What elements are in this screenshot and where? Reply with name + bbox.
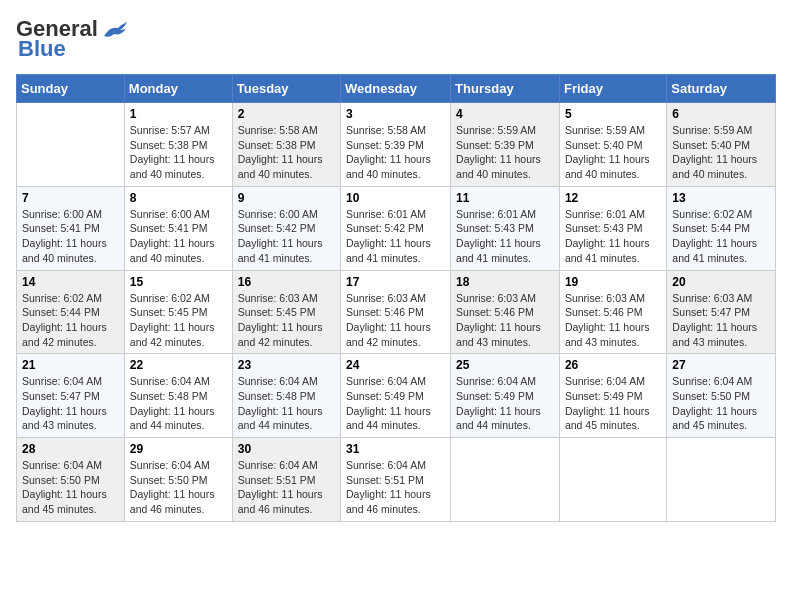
day-info: Sunrise: 6:04 AM Sunset: 5:48 PM Dayligh… bbox=[130, 374, 227, 433]
day-number: 15 bbox=[130, 275, 227, 289]
col-header-monday: Monday bbox=[124, 75, 232, 103]
day-number: 20 bbox=[672, 275, 770, 289]
calendar-cell: 26Sunrise: 6:04 AM Sunset: 5:49 PM Dayli… bbox=[559, 354, 666, 438]
calendar-cell: 11Sunrise: 6:01 AM Sunset: 5:43 PM Dayli… bbox=[451, 186, 560, 270]
day-number: 13 bbox=[672, 191, 770, 205]
day-number: 16 bbox=[238, 275, 335, 289]
calendar-cell: 23Sunrise: 6:04 AM Sunset: 5:48 PM Dayli… bbox=[232, 354, 340, 438]
day-number: 8 bbox=[130, 191, 227, 205]
day-number: 6 bbox=[672, 107, 770, 121]
day-number: 10 bbox=[346, 191, 445, 205]
calendar-cell: 13Sunrise: 6:02 AM Sunset: 5:44 PM Dayli… bbox=[667, 186, 776, 270]
day-number: 12 bbox=[565, 191, 661, 205]
day-info: Sunrise: 6:02 AM Sunset: 5:44 PM Dayligh… bbox=[22, 291, 119, 350]
day-info: Sunrise: 6:00 AM Sunset: 5:41 PM Dayligh… bbox=[22, 207, 119, 266]
day-number: 27 bbox=[672, 358, 770, 372]
day-info: Sunrise: 6:02 AM Sunset: 5:44 PM Dayligh… bbox=[672, 207, 770, 266]
day-info: Sunrise: 6:04 AM Sunset: 5:49 PM Dayligh… bbox=[346, 374, 445, 433]
day-info: Sunrise: 5:58 AM Sunset: 5:39 PM Dayligh… bbox=[346, 123, 445, 182]
day-info: Sunrise: 6:01 AM Sunset: 5:42 PM Dayligh… bbox=[346, 207, 445, 266]
col-header-friday: Friday bbox=[559, 75, 666, 103]
day-info: Sunrise: 6:02 AM Sunset: 5:45 PM Dayligh… bbox=[130, 291, 227, 350]
col-header-thursday: Thursday bbox=[451, 75, 560, 103]
day-number: 11 bbox=[456, 191, 554, 205]
col-header-sunday: Sunday bbox=[17, 75, 125, 103]
day-info: Sunrise: 6:04 AM Sunset: 5:48 PM Dayligh… bbox=[238, 374, 335, 433]
calendar-cell: 31Sunrise: 6:04 AM Sunset: 5:51 PM Dayli… bbox=[341, 438, 451, 522]
calendar-week-3: 14Sunrise: 6:02 AM Sunset: 5:44 PM Dayli… bbox=[17, 270, 776, 354]
day-number: 24 bbox=[346, 358, 445, 372]
day-number: 21 bbox=[22, 358, 119, 372]
calendar-cell: 29Sunrise: 6:04 AM Sunset: 5:50 PM Dayli… bbox=[124, 438, 232, 522]
day-info: Sunrise: 6:04 AM Sunset: 5:47 PM Dayligh… bbox=[22, 374, 119, 433]
calendar-cell: 27Sunrise: 6:04 AM Sunset: 5:50 PM Dayli… bbox=[667, 354, 776, 438]
day-number: 3 bbox=[346, 107, 445, 121]
calendar-cell bbox=[17, 103, 125, 187]
day-number: 17 bbox=[346, 275, 445, 289]
day-number: 18 bbox=[456, 275, 554, 289]
day-number: 29 bbox=[130, 442, 227, 456]
calendar-week-2: 7Sunrise: 6:00 AM Sunset: 5:41 PM Daylig… bbox=[17, 186, 776, 270]
day-info: Sunrise: 6:04 AM Sunset: 5:50 PM Dayligh… bbox=[22, 458, 119, 517]
day-info: Sunrise: 6:01 AM Sunset: 5:43 PM Dayligh… bbox=[565, 207, 661, 266]
day-number: 28 bbox=[22, 442, 119, 456]
day-info: Sunrise: 6:01 AM Sunset: 5:43 PM Dayligh… bbox=[456, 207, 554, 266]
day-info: Sunrise: 6:03 AM Sunset: 5:47 PM Dayligh… bbox=[672, 291, 770, 350]
calendar-cell: 1Sunrise: 5:57 AM Sunset: 5:38 PM Daylig… bbox=[124, 103, 232, 187]
calendar-cell: 2Sunrise: 5:58 AM Sunset: 5:38 PM Daylig… bbox=[232, 103, 340, 187]
page-header: General Blue bbox=[16, 16, 776, 62]
calendar-week-1: 1Sunrise: 5:57 AM Sunset: 5:38 PM Daylig… bbox=[17, 103, 776, 187]
day-info: Sunrise: 6:03 AM Sunset: 5:46 PM Dayligh… bbox=[456, 291, 554, 350]
day-info: Sunrise: 6:00 AM Sunset: 5:42 PM Dayligh… bbox=[238, 207, 335, 266]
day-number: 2 bbox=[238, 107, 335, 121]
day-number: 4 bbox=[456, 107, 554, 121]
logo-blue: Blue bbox=[18, 36, 66, 62]
day-info: Sunrise: 5:59 AM Sunset: 5:39 PM Dayligh… bbox=[456, 123, 554, 182]
calendar-cell: 19Sunrise: 6:03 AM Sunset: 5:46 PM Dayli… bbox=[559, 270, 666, 354]
calendar-cell: 21Sunrise: 6:04 AM Sunset: 5:47 PM Dayli… bbox=[17, 354, 125, 438]
calendar-cell: 12Sunrise: 6:01 AM Sunset: 5:43 PM Dayli… bbox=[559, 186, 666, 270]
calendar-cell: 16Sunrise: 6:03 AM Sunset: 5:45 PM Dayli… bbox=[232, 270, 340, 354]
calendar-cell bbox=[559, 438, 666, 522]
calendar-cell: 3Sunrise: 5:58 AM Sunset: 5:39 PM Daylig… bbox=[341, 103, 451, 187]
calendar-cell: 9Sunrise: 6:00 AM Sunset: 5:42 PM Daylig… bbox=[232, 186, 340, 270]
day-number: 25 bbox=[456, 358, 554, 372]
calendar-cell: 18Sunrise: 6:03 AM Sunset: 5:46 PM Dayli… bbox=[451, 270, 560, 354]
calendar-cell: 7Sunrise: 6:00 AM Sunset: 5:41 PM Daylig… bbox=[17, 186, 125, 270]
day-number: 31 bbox=[346, 442, 445, 456]
logo: General Blue bbox=[16, 16, 128, 62]
day-info: Sunrise: 6:04 AM Sunset: 5:51 PM Dayligh… bbox=[346, 458, 445, 517]
calendar-cell: 20Sunrise: 6:03 AM Sunset: 5:47 PM Dayli… bbox=[667, 270, 776, 354]
day-number: 22 bbox=[130, 358, 227, 372]
day-number: 19 bbox=[565, 275, 661, 289]
day-info: Sunrise: 6:04 AM Sunset: 5:51 PM Dayligh… bbox=[238, 458, 335, 517]
calendar-cell: 10Sunrise: 6:01 AM Sunset: 5:42 PM Dayli… bbox=[341, 186, 451, 270]
calendar-cell: 14Sunrise: 6:02 AM Sunset: 5:44 PM Dayli… bbox=[17, 270, 125, 354]
day-number: 30 bbox=[238, 442, 335, 456]
calendar-cell: 24Sunrise: 6:04 AM Sunset: 5:49 PM Dayli… bbox=[341, 354, 451, 438]
calendar-cell: 22Sunrise: 6:04 AM Sunset: 5:48 PM Dayli… bbox=[124, 354, 232, 438]
calendar-cell: 25Sunrise: 6:04 AM Sunset: 5:49 PM Dayli… bbox=[451, 354, 560, 438]
day-info: Sunrise: 5:59 AM Sunset: 5:40 PM Dayligh… bbox=[672, 123, 770, 182]
calendar-cell bbox=[451, 438, 560, 522]
day-info: Sunrise: 6:04 AM Sunset: 5:50 PM Dayligh… bbox=[672, 374, 770, 433]
calendar-cell: 15Sunrise: 6:02 AM Sunset: 5:45 PM Dayli… bbox=[124, 270, 232, 354]
col-header-tuesday: Tuesday bbox=[232, 75, 340, 103]
day-number: 5 bbox=[565, 107, 661, 121]
col-header-saturday: Saturday bbox=[667, 75, 776, 103]
logo-bird-icon bbox=[100, 18, 128, 40]
calendar-table: SundayMondayTuesdayWednesdayThursdayFrid… bbox=[16, 74, 776, 522]
calendar-cell bbox=[667, 438, 776, 522]
day-info: Sunrise: 6:03 AM Sunset: 5:46 PM Dayligh… bbox=[346, 291, 445, 350]
calendar-cell: 5Sunrise: 5:59 AM Sunset: 5:40 PM Daylig… bbox=[559, 103, 666, 187]
day-info: Sunrise: 6:03 AM Sunset: 5:46 PM Dayligh… bbox=[565, 291, 661, 350]
calendar-cell: 28Sunrise: 6:04 AM Sunset: 5:50 PM Dayli… bbox=[17, 438, 125, 522]
calendar-cell: 4Sunrise: 5:59 AM Sunset: 5:39 PM Daylig… bbox=[451, 103, 560, 187]
day-info: Sunrise: 6:04 AM Sunset: 5:50 PM Dayligh… bbox=[130, 458, 227, 517]
calendar-week-4: 21Sunrise: 6:04 AM Sunset: 5:47 PM Dayli… bbox=[17, 354, 776, 438]
day-number: 9 bbox=[238, 191, 335, 205]
day-info: Sunrise: 6:03 AM Sunset: 5:45 PM Dayligh… bbox=[238, 291, 335, 350]
day-number: 1 bbox=[130, 107, 227, 121]
calendar-cell: 30Sunrise: 6:04 AM Sunset: 5:51 PM Dayli… bbox=[232, 438, 340, 522]
day-info: Sunrise: 6:04 AM Sunset: 5:49 PM Dayligh… bbox=[456, 374, 554, 433]
